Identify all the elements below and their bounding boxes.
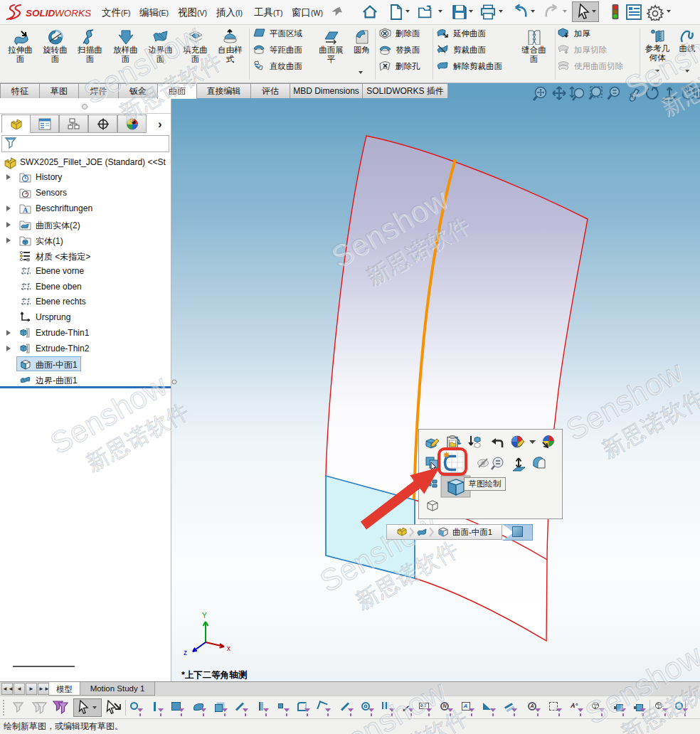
svg-text:曲面-中面1: 曲面-中面1 [452,528,492,536]
svg-text:SOLID: SOLID [26,8,55,18]
svg-text:WORKS: WORKS [55,8,91,18]
svg-text:A: A [23,206,28,214]
